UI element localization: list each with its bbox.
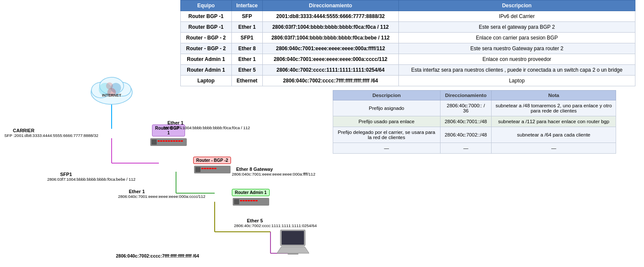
carrier-label: CARRIER (13, 128, 34, 133)
cell-descripcion: Este sera nuestro Gateway para router 2 (398, 43, 635, 54)
svg-rect-44 (250, 200, 252, 201)
cell-equipo: Router BGP -1 (181, 22, 232, 33)
svg-rect-45 (253, 200, 255, 201)
bgp1-ether1-label: Ether 1 (167, 120, 183, 125)
table-row: Prefijo usado para enlace2806:40c:7001::… (333, 116, 616, 127)
cell-equipo: Router - BGP - 2 (181, 43, 232, 54)
cell-descripcion: Esta interfaz sera para nuestros cliente… (398, 65, 635, 76)
cell-interface: Ether 8 (231, 43, 263, 54)
second-table: Descripcion Direccionamiento Nota Prefij… (333, 90, 616, 154)
cell-descripcion: Laptop (398, 76, 635, 86)
cell2-nota: subnetear a /112 para hacer enlace con r… (492, 116, 616, 127)
svg-rect-37 (214, 168, 216, 169)
cell-descripcion: Este sera el gateway para BGP 2 (398, 22, 635, 33)
admin1-ether5-addr: 2806:40c:7002:cccc:1111:1111:1111:0254/6… (234, 223, 317, 228)
bgp2-sfp1-label: SFP1 (60, 172, 72, 177)
cell-descripcion: Enlace con carrier para sesion BGP (398, 33, 635, 43)
svg-rect-20 (158, 140, 160, 142)
cell2-nota: subnetear a /48 tomaremos 2, uno para en… (492, 100, 616, 116)
table-row: Router - BGP - 2SFP12806:03f7:1004:bbbb:… (181, 33, 635, 43)
cell-descripcion: IPv6 del Carrier (398, 11, 635, 22)
svg-text:INTERNET: INTERNET (102, 93, 122, 97)
cell2-desc: Prefijo delegado por el carrier, se usar… (333, 127, 440, 143)
col-header-direccionamiento: Direccionamiento (263, 0, 399, 11)
cell2-nota: subnetear a /64 para cada cliente (492, 127, 616, 143)
svg-rect-29 (181, 140, 183, 142)
svg-rect-34 (207, 168, 209, 169)
svg-rect-41 (243, 200, 245, 201)
cell2-dir: 2806:40c:7001::/48 (440, 116, 492, 127)
laptop-addr: 2806:040c:7002:cccc:7fff:ffff:ffff:ffff … (116, 253, 199, 258)
col2-header-dir: Direccionamiento (440, 91, 492, 100)
bgp2-sfp1-addr: 2806:03f7:1004:bbbb:bbbb:bbbb:f0ca:bebe … (47, 177, 136, 182)
table-row: Prefijo delegado por el carrier, se usar… (333, 127, 616, 143)
cell-equipo: Router BGP -1 (181, 11, 232, 22)
cell2-dir: 2806:40c:7002::/48 (440, 127, 492, 143)
cell-direccionamiento: 2806:040c:7001:eeee:eeee:eeee:000a:ffff/… (263, 43, 399, 54)
admin1-ether1-label: Ether 1 (129, 189, 145, 194)
svg-marker-49 (277, 247, 309, 253)
cell2-dir: — (440, 143, 492, 154)
cell2-nota: — (492, 143, 616, 154)
cell-direccionamiento: 2806:03f7:1004:bbbb:bbbb:bbbb:f0ca:bebe … (263, 33, 399, 43)
cell2-desc: Prefijo usado para enlace (333, 116, 440, 127)
svg-rect-19 (152, 140, 157, 145)
cell2-desc: Prefijo asignado (333, 100, 440, 116)
svg-rect-39 (234, 199, 239, 204)
cell2-desc: — (333, 143, 440, 154)
cell-equipo: Router - BGP - 2 (181, 33, 232, 43)
table-row: Prefijo asignado2806:40c:7000:: / 36subn… (333, 100, 616, 116)
svg-rect-43 (248, 200, 250, 201)
svg-point-16 (106, 82, 113, 89)
bgp1-ether1-addr: 2806:03f7:1004:bbbb:bbbb:bbbb:f0ca:f0ca … (163, 125, 250, 130)
svg-rect-21 (160, 140, 162, 142)
col2-header-nota: Nota (492, 91, 616, 100)
col-header-equipo: Equipo (181, 0, 232, 11)
svg-rect-48 (282, 231, 304, 245)
svg-rect-42 (245, 200, 247, 201)
bgp2-ether8-addr: 2806:040c:7001:eeee:eeee:eeee:000a:ffff/… (232, 172, 315, 176)
admin1-ether1-addr: 2806:040c:7001:eeee:eeee:eeee:000a:cccc/… (118, 194, 205, 199)
svg-rect-25 (170, 140, 173, 142)
router-bgp2: Router - BGP -2 (193, 157, 231, 174)
cell2-dir: 2806:40c:7000:: / 36 (440, 100, 492, 116)
cell-descripcion: Enlace con nuestro proveedor (398, 54, 635, 65)
svg-rect-27 (176, 140, 178, 142)
cell-interface: SFP1 (231, 33, 263, 43)
svg-rect-35 (209, 168, 211, 169)
carrier-sfp-addr: SFP :2001:db8:3333:4444:5555:6666:7777:8… (4, 133, 98, 138)
svg-rect-24 (168, 140, 170, 142)
bgp2-ether8-label: Ether 8 Gateway (236, 167, 273, 172)
svg-rect-26 (173, 140, 175, 142)
cell-interface: Ether 1 (231, 22, 263, 33)
router-admin1: Router Admin 1 (232, 189, 270, 206)
svg-rect-46 (255, 200, 258, 201)
svg-rect-28 (178, 140, 180, 142)
laptop (277, 230, 309, 257)
network-diagram: INTERNET CARRIER SFP :2001:db8:3333:4444… (0, 60, 326, 266)
cell-interface: SFP (231, 11, 263, 22)
internet-cloud: INTERNET (88, 73, 135, 107)
table-row: Router - BGP - 2Ether 82806:040c:7001:ee… (181, 43, 635, 54)
table-row: Router BGP -1SFP2001:db8:3333:4444:5555:… (181, 11, 635, 22)
svg-rect-50 (288, 253, 298, 255)
table-row: Router BGP -1Ether 12806:03f7:1004:bbbb:… (181, 22, 635, 33)
col-header-interface: Interface (231, 0, 263, 11)
col2-header-desc: Descripcion (333, 91, 440, 100)
svg-rect-32 (201, 168, 204, 169)
svg-rect-22 (163, 140, 165, 142)
svg-rect-40 (240, 200, 242, 201)
table-row: ——— (333, 143, 616, 154)
svg-rect-36 (212, 168, 214, 169)
col-header-descripcion: Descripcion (398, 0, 635, 11)
svg-rect-31 (195, 167, 200, 172)
cell-direccionamiento: 2806:03f7:1004:bbbb:bbbb:bbbb:f0ca:f0ca … (263, 22, 399, 33)
svg-rect-23 (165, 140, 167, 142)
router-bgp2-label: Router - BGP -2 (193, 157, 231, 164)
router-admin1-label: Router Admin 1 (232, 189, 270, 196)
cell-direccionamiento: 2001:db8:3333:4444:5555:6666:7777:8888/3… (263, 11, 399, 22)
admin1-ether5-label: Ether 5 (247, 218, 263, 223)
svg-rect-33 (204, 168, 206, 169)
